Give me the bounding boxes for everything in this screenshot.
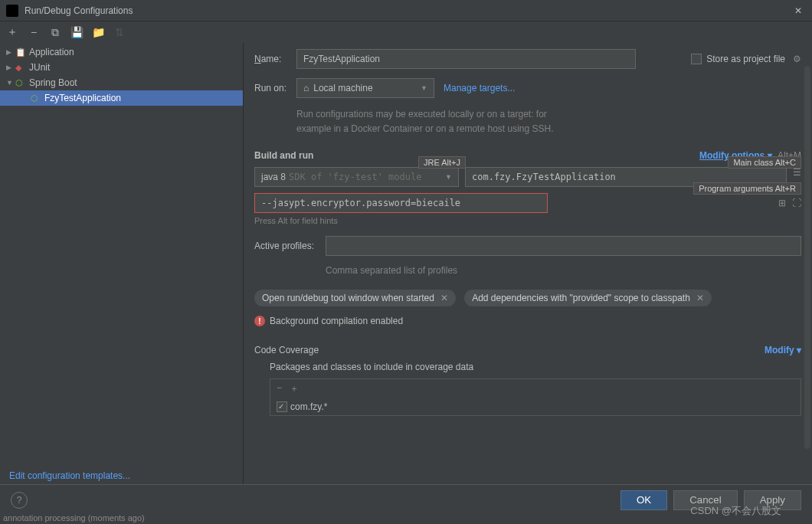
coverage-header: Code Coverage Modify ▾ <box>254 345 801 355</box>
checkbox-icon[interactable] <box>691 54 702 64</box>
home-icon: ⌂ <box>303 83 309 93</box>
ok-button[interactable]: OK <box>620 490 667 510</box>
tree-item-spring-boot[interactable]: ▼ ⬡ Spring Boot <box>0 75 243 90</box>
sidebar: ▶ 📋 Application ▶ ◆ JUnit ▼ ⬡ Spring Boo… <box>0 43 244 487</box>
help-icon[interactable]: ? <box>11 492 28 509</box>
bottom-bar: ? OK Cancel Apply <box>0 484 812 515</box>
store-as-project-file[interactable]: Store as project file ⚙ <box>691 54 801 64</box>
active-profiles-label: Active profiles: <box>254 241 326 251</box>
titlebar-title: Run/Debug Configurations <box>25 5 791 16</box>
tree-item-junit[interactable]: ▶ ◆ JUnit <box>0 60 243 75</box>
save-icon[interactable]: 💾 <box>70 26 83 38</box>
tree-label: Spring Boot <box>29 77 77 88</box>
folder-icon[interactable]: 📁 <box>92 26 104 38</box>
tree-item-fzytest[interactable]: ⬡ FzyTestApplication <box>0 90 243 106</box>
program-args-input[interactable] <box>254 193 548 213</box>
remove-icon[interactable]: − <box>277 382 282 395</box>
coverage-packages-label: Packages and classes to include in cover… <box>270 362 801 372</box>
runon-help: Run configurations may be executed local… <box>296 107 801 136</box>
chevron-right-icon: ▶ <box>6 64 15 71</box>
tree-label: FzyTestApplication <box>44 93 121 103</box>
manage-targets-link[interactable]: Manage targets... <box>444 83 515 93</box>
build-run-header: Build and run Modify options ▾ Alt+M <box>254 150 801 161</box>
close-icon[interactable]: ✕ <box>791 3 806 18</box>
chip-open-tool-window[interactable]: Open run/debug tool window when started … <box>254 290 456 306</box>
chip-provided-scope[interactable]: Add dependencies with "provided" scope t… <box>464 290 712 306</box>
spring-icon: ⬡ <box>31 93 41 103</box>
edit-templates-link[interactable]: Edit configuration templates... <box>9 470 130 481</box>
tree-label: Application <box>29 47 74 57</box>
runon-label: Run on: <box>254 83 296 93</box>
titlebar: Run/Debug Configurations ✕ <box>0 0 812 21</box>
scrollbar[interactable] <box>804 66 810 449</box>
name-input[interactable] <box>296 49 636 69</box>
application-icon: 📋 <box>15 47 26 57</box>
chips-row: Open run/debug tool window when started … <box>254 290 801 306</box>
config-tree: ▶ 📋 Application ▶ ◆ JUnit ▼ ⬡ Spring Boo… <box>0 44 243 464</box>
store-label: Store as project file <box>706 54 785 64</box>
warning-icon: ! <box>254 316 265 326</box>
junit-icon: ◆ <box>15 63 26 73</box>
expand-icon[interactable]: ⛶ <box>792 198 801 208</box>
tree-label: JUnit <box>29 62 50 73</box>
warning-row: ! Background compilation enabled <box>254 316 801 326</box>
chevron-down-icon: ▼ <box>6 79 15 87</box>
app-icon <box>6 5 18 17</box>
active-profiles-help: Comma separated list of profiles <box>326 265 801 276</box>
runon-value: Local machine <box>313 83 372 93</box>
tree-item-application[interactable]: ▶ 📋 Application <box>0 44 243 60</box>
hint-args: Program arguments Alt+R <box>693 182 801 195</box>
chevron-right-icon: ▶ <box>6 48 15 56</box>
spring-icon: ⬡ <box>15 78 26 88</box>
insert-icon[interactable]: ⊞ <box>778 198 786 208</box>
hint-jre: JRE Alt+J <box>418 156 466 169</box>
coverage-item[interactable]: com.fzy.* <box>270 398 801 415</box>
coverage-modify-link[interactable]: Modify ▾ <box>765 345 801 355</box>
cancel-button[interactable]: Cancel <box>673 490 738 510</box>
active-profiles-input[interactable] <box>326 236 801 256</box>
runon-combo[interactable]: ⌂ Local machine ▼ <box>296 78 434 98</box>
gear-icon[interactable]: ⚙ <box>793 54 801 64</box>
close-icon[interactable]: ✕ <box>696 293 704 303</box>
hint-main: Main class Alt+C <box>728 156 801 169</box>
jre-combo[interactable]: java 8 SDK of 'fzy-test' module ▼ <box>254 167 459 187</box>
close-icon[interactable]: ✕ <box>440 293 448 303</box>
add-icon[interactable]: ＋ <box>290 382 299 395</box>
field-hint: Press Alt for field hints <box>254 216 801 225</box>
remove-icon[interactable]: − <box>28 26 40 38</box>
checkbox-icon[interactable] <box>277 401 287 412</box>
status-bar: annotation processing (moments ago) <box>0 512 148 524</box>
content-pane: Name: Store as project file ⚙ Run on: ⌂ … <box>244 43 812 487</box>
toolbar: ＋ − ⧉ 💾 📁 ⇅ <box>0 21 812 43</box>
apply-button[interactable]: Apply <box>744 490 801 510</box>
sort-icon[interactable]: ⇅ <box>113 26 126 38</box>
name-label: Name: <box>254 54 296 64</box>
chevron-down-icon: ▼ <box>421 84 427 92</box>
add-icon[interactable]: ＋ <box>6 26 18 38</box>
chevron-down-icon: ▼ <box>445 173 452 181</box>
copy-icon[interactable]: ⧉ <box>49 26 61 38</box>
coverage-box: − ＋ com.fzy.* <box>270 378 801 416</box>
